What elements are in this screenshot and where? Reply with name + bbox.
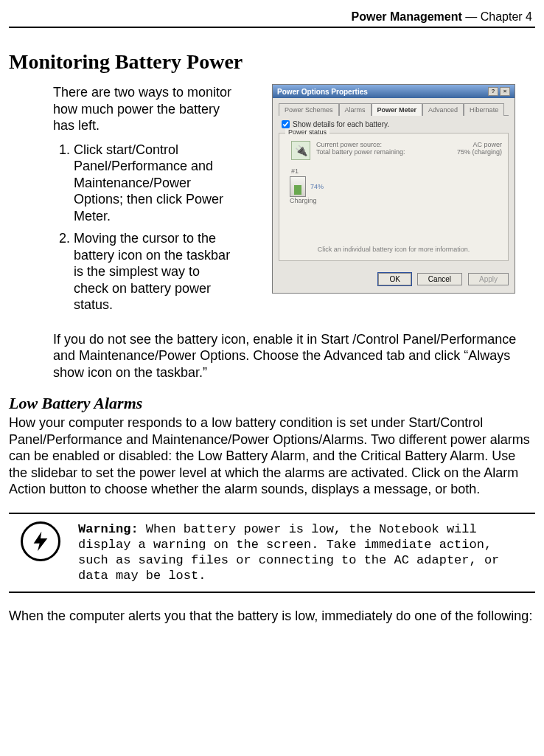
lightning-icon xyxy=(21,521,60,561)
power-source-label: Current power source: xyxy=(316,141,382,148)
power-status-group: Power status 🔌 Current power source: AC … xyxy=(279,133,509,261)
header-section: Power Management xyxy=(352,10,462,23)
remaining-note: (charging) xyxy=(472,148,502,156)
intro-text: There are two ways to monitor how much p… xyxy=(53,84,237,134)
battery-state: Charging xyxy=(290,197,502,204)
screenshot-figure: Power Options Properties ? × Power Schem… xyxy=(252,84,535,319)
step-2: Moving the cursor to the battery icon on… xyxy=(74,230,237,313)
apply-button[interactable]: Apply xyxy=(468,273,509,285)
steps-list: Click start/Control Panel/Performance an… xyxy=(53,142,237,313)
remaining-value: 75% xyxy=(457,148,470,156)
tab-power-schemes[interactable]: Power Schemes xyxy=(279,103,339,116)
cancel-button[interactable]: Cancel xyxy=(417,273,462,285)
warning-text: When battery power is low, the Notebook … xyxy=(78,522,499,583)
power-options-dialog: Power Options Properties ? × Power Schem… xyxy=(272,84,515,294)
page-title: Monitoring Battery Power xyxy=(9,50,535,74)
remaining-label: Total battery power remaining: xyxy=(316,148,405,156)
group-title: Power status xyxy=(285,128,329,136)
header-sep: — xyxy=(462,10,481,23)
tail-para: When the computer alerts you that the ba… xyxy=(9,608,535,625)
header-chapter: Chapter 4 xyxy=(481,10,532,23)
plug-icon: 🔌 xyxy=(291,141,310,160)
battery-icon[interactable] xyxy=(290,176,306,197)
running-header: Power Management — Chapter 4 xyxy=(9,10,535,28)
ok-button[interactable]: OK xyxy=(378,273,411,285)
dialog-title: Power Options Properties xyxy=(277,88,368,96)
step-1: Click start/Control Panel/Performance an… xyxy=(74,142,237,225)
enable-icon-para: If you do not see the battery icon, enab… xyxy=(9,331,535,381)
battery-hint: Click an individual battery icon for mor… xyxy=(285,246,502,253)
dialog-titlebar: Power Options Properties ? × xyxy=(273,85,515,98)
tab-advanced[interactable]: Advanced xyxy=(422,103,464,116)
tab-power-meter[interactable]: Power Meter xyxy=(372,103,423,116)
close-icon[interactable]: × xyxy=(500,87,510,96)
power-source-value: AC power xyxy=(472,141,502,148)
battery-number: #1 xyxy=(291,167,502,175)
help-icon[interactable]: ? xyxy=(488,87,498,96)
show-details-label: Show details for each battery. xyxy=(293,120,389,128)
show-details-checkbox[interactable] xyxy=(282,120,290,128)
dialog-tabs: Power Schemes Alarms Power Meter Advance… xyxy=(279,103,509,116)
intro-column: There are two ways to monitor how much p… xyxy=(53,84,237,319)
tab-alarms[interactable]: Alarms xyxy=(339,103,372,116)
alarms-para: How your computer responds to a low batt… xyxy=(9,415,535,498)
warning-label: Warning: xyxy=(78,522,139,536)
battery-percent: 74% xyxy=(310,183,324,190)
low-battery-heading: Low Battery Alarms xyxy=(9,394,535,413)
tab-hibernate[interactable]: Hibernate xyxy=(464,103,504,116)
warning-block: Warning: When battery power is low, the … xyxy=(9,513,535,593)
